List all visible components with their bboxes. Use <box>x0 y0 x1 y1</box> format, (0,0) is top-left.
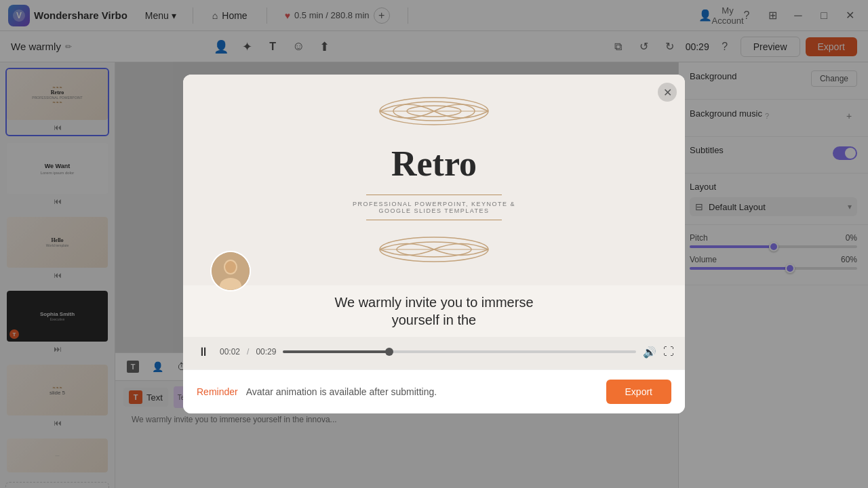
progress-fill <box>283 350 389 353</box>
retro-title: Retro <box>391 144 477 184</box>
playback-controls: ⏸ 00:02 / 00:29 🔊 ⛶ <box>183 337 685 369</box>
fullscreen-button[interactable]: ⛶ <box>663 346 674 358</box>
avatar-image <box>212 252 250 290</box>
modal-overlay[interactable]: ✕ Retro PROFESSIONAL POWERPOIN <box>0 0 868 488</box>
total-time: 00:29 <box>256 347 276 357</box>
progress-bar[interactable] <box>283 350 636 353</box>
avatar-bubble <box>210 251 251 291</box>
time-separator: / <box>247 347 249 357</box>
top-ornament-svg <box>346 91 522 131</box>
reminder-label: Reminder <box>197 386 238 397</box>
retro-subtitle: PROFESSIONAL POWERPOINT, KEYNOTE &GOOGLE… <box>353 201 515 214</box>
subtitle-line2: yourself in the <box>392 312 477 327</box>
fullscreen-icon: ⛶ <box>663 346 674 357</box>
modal-export-button[interactable]: Export <box>606 380 671 404</box>
svg-point-12 <box>225 261 236 273</box>
reminder-text: Avatar animation is available after subm… <box>246 386 598 397</box>
bottom-ornament-area <box>346 232 522 269</box>
video-player-section: We warmly invite you to immerse yourself… <box>183 285 685 369</box>
subtitle-display: We warmly invite you to immerse yourself… <box>183 285 685 337</box>
bottom-ornament-svg <box>346 232 522 266</box>
pause-icon: ⏸ <box>197 345 210 359</box>
subtitle-line1: We warmly invite you to immerse <box>334 295 533 310</box>
volume-button[interactable]: 🔊 <box>643 346 656 359</box>
volume-icon: 🔊 <box>643 346 656 358</box>
reminder-bar: Reminder Avatar animation is available a… <box>183 369 685 413</box>
top-ornament-area <box>346 91 522 131</box>
pause-button[interactable]: ⏸ <box>194 342 213 361</box>
current-time: 00:02 <box>220 347 240 357</box>
retro-line-top <box>366 195 502 195</box>
progress-thumb[interactable] <box>385 348 393 356</box>
retro-slide-preview: Retro PROFESSIONAL POWERPOINT, KEYNOTE &… <box>183 75 685 285</box>
preview-modal: ✕ Retro PROFESSIONAL POWERPOIN <box>183 75 685 413</box>
retro-line-bottom <box>366 220 502 220</box>
modal-close-button[interactable]: ✕ <box>658 83 677 102</box>
